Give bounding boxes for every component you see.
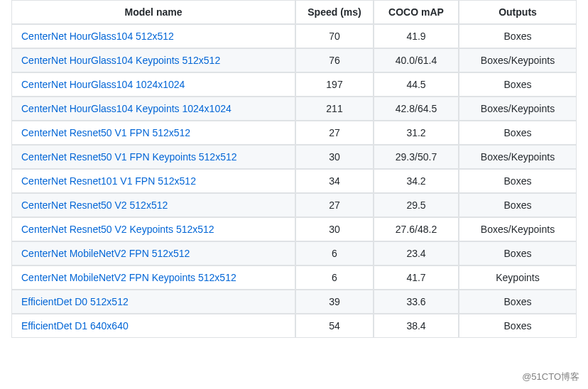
cell-model-name: EfficientDet D0 512x512: [11, 290, 295, 314]
model-table: Model name Speed (ms) COCO mAP Outputs C…: [11, 0, 577, 338]
cell-coco-map: 29.3/50.7: [374, 145, 459, 169]
cell-speed: 6: [295, 241, 374, 265]
cell-speed: 39: [295, 290, 374, 314]
cell-coco-map: 41.7: [374, 265, 459, 290]
cell-coco-map: 41.9: [374, 24, 459, 48]
model-link[interactable]: CenterNet HourGlass104 512x512: [21, 31, 174, 42]
cell-speed: 211: [295, 97, 374, 121]
cell-coco-map: 31.2: [374, 121, 459, 145]
cell-outputs: Boxes: [459, 193, 577, 217]
model-table-container: Model name Speed (ms) COCO mAP Outputs C…: [0, 0, 588, 338]
cell-speed: 76: [295, 48, 374, 72]
table-row: CenterNet Resnet50 V1 FPN 512x5122731.2B…: [11, 121, 577, 145]
model-link[interactable]: CenterNet HourGlass104 Keypoints 512x512: [21, 55, 220, 66]
cell-coco-map: 27.6/48.2: [374, 217, 459, 241]
cell-outputs: Boxes: [459, 169, 577, 193]
cell-outputs: Boxes: [459, 241, 577, 265]
table-row: CenterNet HourGlass104 1024x102419744.5B…: [11, 72, 577, 97]
cell-model-name: CenterNet Resnet50 V2 Keypoints 512x512: [11, 217, 295, 241]
header-model-name: Model name: [11, 0, 295, 24]
cell-outputs: Boxes/Keypoints: [459, 217, 577, 241]
cell-outputs: Boxes: [459, 121, 577, 145]
cell-speed: 197: [295, 72, 374, 97]
cell-speed: 6: [295, 265, 374, 290]
model-link[interactable]: EfficientDet D0 512x512: [21, 296, 129, 307]
table-row: CenterNet HourGlass104 Keypoints 512x512…: [11, 48, 577, 72]
table-row: CenterNet HourGlass104 Keypoints 1024x10…: [11, 97, 577, 121]
cell-coco-map: 34.2: [374, 169, 459, 193]
cell-model-name: CenterNet MobileNetV2 FPN Keypoints 512x…: [11, 265, 295, 290]
cell-outputs: Boxes/Keypoints: [459, 97, 577, 121]
cell-model-name: CenterNet HourGlass104 512x512: [11, 24, 295, 48]
cell-coco-map: 38.4: [374, 314, 459, 338]
watermark-text: @51CTO博客: [522, 371, 579, 383]
table-row: CenterNet Resnet101 V1 FPN 512x5123434.2…: [11, 169, 577, 193]
cell-model-name: CenterNet HourGlass104 1024x1024: [11, 72, 295, 97]
table-row: CenterNet Resnet50 V2 512x5122729.5Boxes: [11, 193, 577, 217]
cell-model-name: CenterNet HourGlass104 Keypoints 1024x10…: [11, 97, 295, 121]
table-row: CenterNet Resnet50 V2 Keypoints 512x5123…: [11, 217, 577, 241]
cell-speed: 30: [295, 145, 374, 169]
cell-model-name: CenterNet Resnet50 V2 512x512: [11, 193, 295, 217]
model-link[interactable]: CenterNet HourGlass104 Keypoints 1024x10…: [21, 103, 232, 114]
cell-outputs: Boxes: [459, 314, 577, 338]
cell-outputs: Boxes/Keypoints: [459, 48, 577, 72]
cell-model-name: CenterNet Resnet50 V1 FPN Keypoints 512x…: [11, 145, 295, 169]
header-speed: Speed (ms): [295, 0, 374, 24]
cell-coco-map: 33.6: [374, 290, 459, 314]
model-link[interactable]: CenterNet Resnet50 V2 512x512: [21, 199, 168, 211]
cell-model-name: CenterNet Resnet50 V1 FPN 512x512: [11, 121, 295, 145]
table-row: CenterNet Resnet50 V1 FPN Keypoints 512x…: [11, 145, 577, 169]
table-row: CenterNet MobileNetV2 FPN Keypoints 512x…: [11, 265, 577, 290]
model-link[interactable]: CenterNet MobileNetV2 FPN 512x512: [21, 248, 190, 259]
cell-outputs: Boxes: [459, 24, 577, 48]
cell-model-name: CenterNet MobileNetV2 FPN 512x512: [11, 241, 295, 265]
table-row: EfficientDet D1 640x6405438.4Boxes: [11, 314, 577, 338]
model-link[interactable]: EfficientDet D1 640x640: [21, 320, 129, 332]
table-row: CenterNet MobileNetV2 FPN 512x512623.4Bo…: [11, 241, 577, 265]
table-header-row: Model name Speed (ms) COCO mAP Outputs: [11, 0, 577, 24]
cell-coco-map: 29.5: [374, 193, 459, 217]
model-link[interactable]: CenterNet Resnet101 V1 FPN 512x512: [21, 175, 196, 187]
cell-outputs: Boxes/Keypoints: [459, 145, 577, 169]
cell-speed: 27: [295, 193, 374, 217]
header-outputs: Outputs: [459, 0, 577, 24]
model-link[interactable]: CenterNet Resnet50 V1 FPN Keypoints 512x…: [21, 151, 237, 163]
cell-model-name: EfficientDet D1 640x640: [11, 314, 295, 338]
cell-model-name: CenterNet HourGlass104 Keypoints 512x512: [11, 48, 295, 72]
cell-outputs: Boxes: [459, 290, 577, 314]
cell-speed: 34: [295, 169, 374, 193]
model-link[interactable]: CenterNet Resnet50 V1 FPN 512x512: [21, 127, 190, 138]
cell-speed: 27: [295, 121, 374, 145]
header-coco-map: COCO mAP: [374, 0, 459, 24]
cell-coco-map: 44.5: [374, 72, 459, 97]
cell-coco-map: 40.0/61.4: [374, 48, 459, 72]
cell-coco-map: 42.8/64.5: [374, 97, 459, 121]
model-link[interactable]: CenterNet Resnet50 V2 Keypoints 512x512: [21, 224, 214, 235]
table-body: CenterNet HourGlass104 512x5127041.9Boxe…: [11, 24, 577, 338]
cell-coco-map: 23.4: [374, 241, 459, 265]
model-link[interactable]: CenterNet HourGlass104 1024x1024: [21, 79, 185, 90]
cell-outputs: Boxes: [459, 72, 577, 97]
model-link[interactable]: CenterNet MobileNetV2 FPN Keypoints 512x…: [21, 272, 236, 283]
table-row: EfficientDet D0 512x5123933.6Boxes: [11, 290, 577, 314]
cell-model-name: CenterNet Resnet101 V1 FPN 512x512: [11, 169, 295, 193]
cell-outputs: Keypoints: [459, 265, 577, 290]
cell-speed: 30: [295, 217, 374, 241]
cell-speed: 70: [295, 24, 374, 48]
cell-speed: 54: [295, 314, 374, 338]
table-row: CenterNet HourGlass104 512x5127041.9Boxe…: [11, 24, 577, 48]
